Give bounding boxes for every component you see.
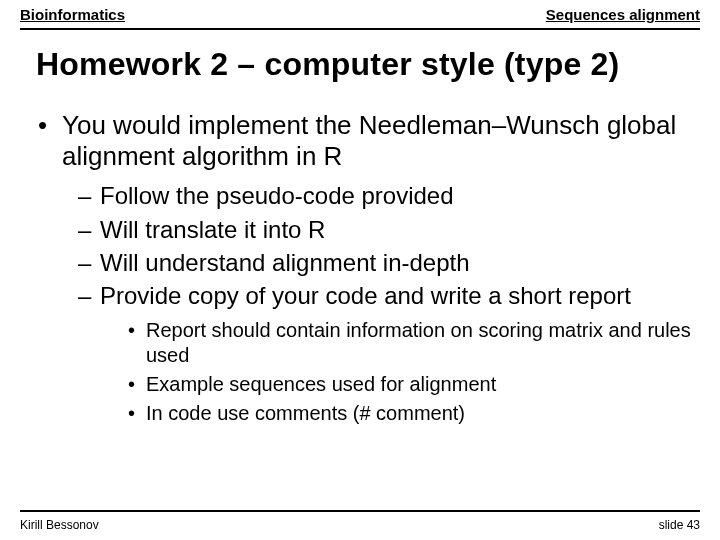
footer-author: Kirill Bessonov bbox=[20, 518, 99, 532]
bullet-text: Follow the pseudo-code provided bbox=[100, 182, 454, 209]
footer-row: Kirill Bessonov slide 43 bbox=[20, 518, 700, 532]
bullet-text: Provide copy of your code and write a sh… bbox=[100, 282, 631, 309]
slide-title: Homework 2 – computer style (type 2) bbox=[36, 46, 684, 83]
footer-slide-number: slide 43 bbox=[659, 518, 700, 532]
list-item: Example sequences used for alignment bbox=[128, 372, 692, 397]
list-item: Provide copy of your code and write a sh… bbox=[78, 281, 692, 426]
list-item: Will translate it into R bbox=[78, 215, 692, 244]
bullet-text: Will understand alignment in-depth bbox=[100, 249, 470, 276]
bullet-list-level3: Report should contain information on sco… bbox=[128, 318, 692, 426]
slide: Bioinformatics Sequences alignment Homew… bbox=[0, 0, 720, 540]
list-item: Will understand alignment in-depth bbox=[78, 248, 692, 277]
header-right: Sequences alignment bbox=[546, 6, 700, 23]
header-row: Bioinformatics Sequences alignment bbox=[20, 6, 700, 23]
list-item: In code use comments (# comment) bbox=[128, 401, 692, 426]
bullet-list-level1: You would implement the Needleman–Wunsch… bbox=[36, 110, 692, 426]
bullet-text: Report should contain information on sco… bbox=[146, 319, 691, 366]
list-item: Follow the pseudo-code provided bbox=[78, 181, 692, 210]
bullet-list-level2: Follow the pseudo-code provided Will tra… bbox=[78, 181, 692, 426]
header-left: Bioinformatics bbox=[20, 6, 125, 23]
list-item: You would implement the Needleman–Wunsch… bbox=[36, 110, 692, 426]
footer-rule bbox=[20, 510, 700, 512]
bullet-text: Example sequences used for alignment bbox=[146, 373, 496, 395]
bullet-text: In code use comments (# comment) bbox=[146, 402, 465, 424]
slide-body: You would implement the Needleman–Wunsch… bbox=[36, 110, 692, 436]
list-item: Report should contain information on sco… bbox=[128, 318, 692, 368]
bullet-text: You would implement the Needleman–Wunsch… bbox=[62, 110, 676, 171]
bullet-text: Will translate it into R bbox=[100, 216, 325, 243]
header-rule bbox=[20, 28, 700, 30]
